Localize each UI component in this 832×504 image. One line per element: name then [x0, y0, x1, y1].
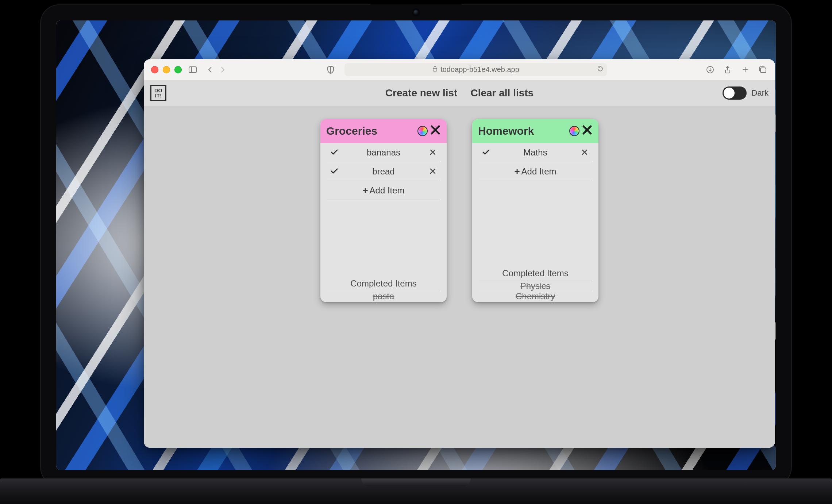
completed-item: Chemistry	[479, 291, 592, 301]
list-item: bananas	[327, 143, 440, 162]
delete-item-icon[interactable]	[425, 148, 440, 157]
list-header: Groceries	[320, 119, 447, 143]
color-picker-icon[interactable]	[569, 126, 579, 136]
lock-icon	[432, 66, 438, 73]
add-item-label: Add Item	[521, 166, 556, 177]
nav-arrows	[205, 65, 228, 75]
laptop: todoapp-b51e4.web.app	[40, 4, 792, 486]
list-header-actions	[569, 124, 593, 138]
laptop-base	[0, 478, 832, 504]
board: Groceries	[144, 106, 775, 448]
plus-icon: +	[362, 186, 368, 195]
browser-window: todoapp-b51e4.web.app	[144, 59, 775, 448]
delete-item-icon[interactable]	[425, 167, 440, 176]
add-item-button[interactable]: + Add Item	[479, 162, 592, 181]
plus-icon: +	[514, 167, 520, 176]
laptop-screen: todoapp-b51e4.web.app	[56, 20, 776, 470]
item-label: bananas	[342, 147, 425, 158]
new-tab-icon[interactable]	[740, 65, 750, 75]
completed-section: Completed Items pasta	[327, 275, 440, 302]
list-header: Homework	[472, 119, 598, 143]
forward-button[interactable]	[217, 65, 228, 75]
add-item-button[interactable]: + Add Item	[327, 181, 440, 200]
create-list-button[interactable]: Create new list	[385, 87, 458, 99]
completed-list: pasta	[327, 291, 440, 301]
completed-list: Physics Chemistry	[479, 281, 592, 301]
completed-header: Completed Items	[479, 265, 592, 281]
laptop-notch	[370, 4, 462, 20]
item-label: bread	[342, 166, 425, 177]
address-bar[interactable]: todoapp-b51e4.web.app	[344, 63, 607, 76]
add-item-label: Add Item	[370, 185, 405, 196]
dark-mode-switch[interactable]	[723, 86, 747, 100]
tabs-overview-icon[interactable]	[758, 65, 768, 75]
app-logo[interactable]: DO IT!	[150, 85, 166, 101]
share-icon[interactable]	[723, 65, 733, 75]
logo-line-2: IT!	[155, 93, 162, 98]
window-fullscreen-button[interactable]	[174, 66, 182, 73]
window-close-button[interactable]	[151, 66, 158, 73]
svg-rect-9	[760, 68, 766, 73]
completed-header: Completed Items	[327, 275, 440, 291]
complete-item-icon[interactable]	[327, 147, 342, 158]
window-controls	[151, 66, 182, 73]
logo-line-1: DO	[154, 88, 162, 93]
reload-icon[interactable]	[597, 65, 604, 74]
address-url: todoapp-b51e4.web.app	[440, 65, 519, 74]
list-title: Groceries	[326, 125, 417, 137]
complete-item-icon[interactable]	[327, 166, 342, 177]
app-root: DO IT! Create new list Clear all lists D…	[144, 80, 775, 448]
list-body: bananas brea	[320, 143, 447, 302]
sidebar-toggle-icon[interactable]	[188, 65, 198, 75]
dark-mode-label: Dark	[752, 88, 769, 98]
laptop-bezel: todoapp-b51e4.web.app	[40, 4, 792, 486]
list-card-groceries: Groceries	[320, 119, 447, 302]
toolbar-right	[705, 65, 768, 75]
list-header-actions	[417, 124, 441, 138]
completed-item: pasta	[327, 291, 440, 301]
delete-list-icon[interactable]	[430, 124, 441, 138]
delete-item-icon[interactable]	[577, 148, 592, 157]
browser-titlebar: todoapp-b51e4.web.app	[144, 59, 775, 80]
header-actions: Create new list Clear all lists	[385, 87, 534, 99]
privacy-shield-icon[interactable]	[326, 65, 336, 75]
svg-rect-0	[189, 67, 196, 73]
completed-item: Physics	[479, 281, 592, 291]
complete-item-icon[interactable]	[479, 147, 493, 158]
completed-section: Completed Items Physics Chemistry	[479, 265, 592, 302]
list-item: bread	[327, 162, 440, 181]
back-button[interactable]	[205, 65, 215, 75]
downloads-icon[interactable]	[705, 65, 715, 75]
list-card-homework: Homework	[472, 119, 598, 302]
app-header: DO IT! Create new list Clear all lists D…	[144, 80, 775, 106]
delete-list-icon[interactable]	[582, 124, 593, 138]
list-title: Homework	[478, 125, 569, 137]
theme-toggle: Dark	[723, 86, 769, 100]
window-minimize-button[interactable]	[163, 66, 170, 73]
list-item: Maths	[479, 143, 592, 162]
stage: todoapp-b51e4.web.app	[0, 0, 832, 504]
color-picker-icon[interactable]	[417, 126, 428, 136]
clear-lists-button[interactable]: Clear all lists	[470, 87, 534, 99]
svg-rect-3	[433, 68, 437, 71]
list-body: Maths + Add Item	[472, 143, 598, 302]
item-label: Maths	[493, 147, 577, 158]
